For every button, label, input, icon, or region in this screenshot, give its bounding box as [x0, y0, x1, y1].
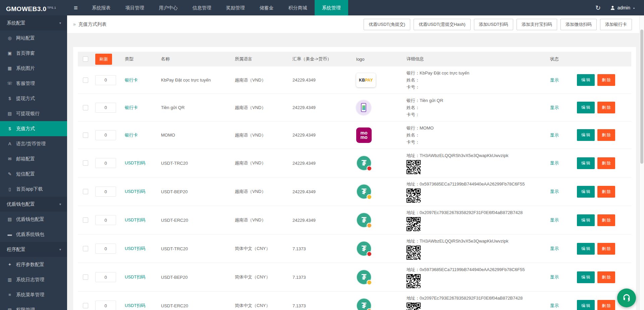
status-toggle[interactable]: 显示	[550, 246, 559, 251]
delete-button[interactable]: 删除	[597, 243, 615, 255]
row-checkbox[interactable]	[83, 246, 88, 251]
toolbar-button[interactable]: 优盾USDT(免提交)	[364, 19, 410, 30]
edit-button[interactable]: 编辑	[577, 129, 595, 141]
sidebar-item[interactable]: ▣ 首页弹窗	[0, 46, 67, 61]
sort-input[interactable]	[95, 272, 116, 282]
top-nav-item[interactable]: 用户中心	[152, 0, 185, 15]
status-toggle[interactable]: 显示	[550, 105, 559, 110]
delete-button[interactable]: 删除	[597, 157, 615, 169]
delete-button[interactable]: 删除	[597, 271, 615, 283]
sidebar-group-header[interactable]: 系统配置 ▾	[0, 15, 67, 31]
qr-code	[407, 189, 421, 203]
delete-button[interactable]: 删除	[597, 129, 615, 141]
sidebar-item[interactable]: $ 充值方式	[0, 121, 67, 136]
rate-cell: 24229.4349	[290, 133, 354, 138]
status-toggle[interactable]: 显示	[550, 217, 559, 222]
top-nav-item[interactable]: 奖励管理	[219, 0, 252, 15]
top-nav-item[interactable]: 积分商城	[281, 0, 315, 15]
name-cell: KbPay Đặt cọc trực tuyến	[159, 78, 233, 83]
top-nav-item[interactable]: 系统管理	[315, 0, 348, 15]
support-button[interactable]	[617, 289, 636, 307]
sidebar-item[interactable]: ✦ 程序参数配置	[0, 257, 67, 272]
sidebar-item[interactable]: $ 提现方式	[0, 91, 67, 106]
edit-button[interactable]: 编辑	[577, 271, 595, 283]
top-nav-item[interactable]: 项目管理	[118, 0, 152, 15]
details-cell: 银行：KbPay Đặt cọc trực tuyến姓名：卡号：	[407, 69, 545, 91]
row-checkbox[interactable]	[83, 303, 88, 308]
sidebar-group-items: ▤ 优盾钱包配置 ▬ 优盾系统钱包	[0, 212, 67, 242]
sidebar-group-header[interactable]: 程序配置 ▾	[0, 242, 67, 257]
hamburger-icon[interactable]: ≡	[67, 0, 85, 15]
sidebar-item[interactable]: A 语言/货币管理	[0, 136, 67, 151]
user-menu[interactable]: admin ▴	[610, 5, 635, 10]
sidebar-item[interactable]: ≡ 系统菜单管理	[0, 287, 67, 302]
row-checkbox[interactable]	[83, 274, 88, 280]
sidebar-item[interactable]: ▤ 优盾钱包配置	[0, 212, 67, 227]
top-nav-item[interactable]: 信息管理	[185, 0, 219, 15]
toolbar-button[interactable]: 优盾USDT(需提交Hash)	[414, 19, 470, 30]
edit-button[interactable]: 编辑	[577, 74, 595, 86]
delete-button[interactable]: 删除	[597, 74, 615, 86]
toolbar-button[interactable]: 添加微信扫码	[560, 19, 597, 30]
sidebar-item[interactable]: ▯ 首页app下载	[0, 182, 67, 197]
scrollbar	[639, 15, 644, 310]
edit-button[interactable]: 编辑	[577, 157, 595, 169]
status-toggle[interactable]: 显示	[550, 160, 559, 165]
sort-input[interactable]	[95, 158, 116, 168]
delete-button[interactable]: 删除	[597, 214, 615, 226]
status-toggle[interactable]: 显示	[550, 189, 559, 194]
sort-input[interactable]	[95, 215, 116, 225]
sort-input[interactable]	[95, 244, 116, 254]
toolbar-button[interactable]: 添加支付宝扫码	[517, 19, 557, 30]
status-toggle[interactable]: 显示	[550, 133, 559, 138]
refresh-button[interactable]: 刷新	[95, 54, 112, 65]
sidebar-item[interactable]: ▧ 权限管理	[0, 302, 67, 310]
edit-button[interactable]: 编辑	[577, 243, 595, 255]
row-checkbox[interactable]	[83, 78, 88, 83]
system-wallet-icon: ▬	[7, 232, 13, 237]
edit-button[interactable]: 编辑	[577, 214, 595, 226]
row-checkbox[interactable]	[83, 189, 88, 194]
sidebar-item[interactable]: ▤ 可提现银行	[0, 106, 67, 121]
sidebar-item[interactable]: ◎ 网站配置	[0, 31, 67, 46]
sort-input[interactable]	[95, 301, 116, 310]
scrollbar-thumb[interactable]	[640, 30, 643, 164]
toolbar-button[interactable]: 添加银行卡	[600, 19, 632, 30]
row-checkbox[interactable]	[83, 160, 88, 166]
edit-button[interactable]: 编辑	[577, 300, 595, 310]
top-nav-item[interactable]: 储蓄金	[252, 0, 281, 15]
chevron-down-icon: ▾	[59, 21, 61, 25]
delete-button[interactable]: 删除	[597, 102, 615, 113]
tether-logo: ₮	[356, 184, 372, 199]
sidebar-item[interactable]: ☏ 客服管理	[0, 76, 67, 91]
sort-input[interactable]	[95, 130, 116, 140]
table-row: USDT扫码 USDT-ERC20 越南语（VND） 24229.4349 ₮ …	[78, 206, 631, 235]
detail-line: 银行：Tiền gửi QR	[407, 97, 545, 104]
sort-input[interactable]	[95, 187, 116, 197]
status-toggle[interactable]: 显示	[550, 274, 559, 279]
sidebar-item[interactable]: ✎ 短信配置	[0, 166, 67, 182]
row-checkbox[interactable]	[83, 105, 88, 110]
phone-qr-logo	[356, 100, 371, 115]
status-toggle[interactable]: 显示	[550, 303, 559, 308]
sidebar-item[interactable]: ✉ 邮箱配置	[0, 151, 67, 166]
sidebar-item[interactable]: ▬ 优盾系统钱包	[0, 227, 67, 242]
sidebar-item[interactable]: ▦ 系统图片	[0, 61, 67, 76]
delete-button[interactable]: 删除	[597, 300, 615, 310]
sidebar-group-header[interactable]: 优盾钱包配置 ▾	[0, 197, 67, 212]
row-checkbox[interactable]	[83, 217, 88, 223]
refresh-icon[interactable]: ↻	[595, 5, 601, 11]
edit-button[interactable]: 编辑	[577, 186, 595, 198]
sort-input[interactable]	[95, 75, 116, 85]
sort-input[interactable]	[95, 103, 116, 113]
top-nav-item[interactable]: 系统报表	[85, 0, 118, 15]
sidebar-item[interactable]: ▥ 系统日志管理	[0, 272, 67, 287]
toolbar-button[interactable]: 添加USDT扫码	[474, 19, 513, 30]
row-checkbox[interactable]	[83, 133, 88, 138]
table-row: USDT扫码 USDT-BEP20 简体中文（CNY） 7.1373 ₮ 地址：…	[78, 263, 631, 292]
delete-button[interactable]: 删除	[597, 186, 615, 198]
select-all-checkbox[interactable]	[83, 56, 88, 62]
details-cell: 银行：MOMO姓名：卡号：	[407, 124, 545, 146]
edit-button[interactable]: 编辑	[577, 102, 595, 113]
status-toggle[interactable]: 显示	[550, 78, 559, 83]
